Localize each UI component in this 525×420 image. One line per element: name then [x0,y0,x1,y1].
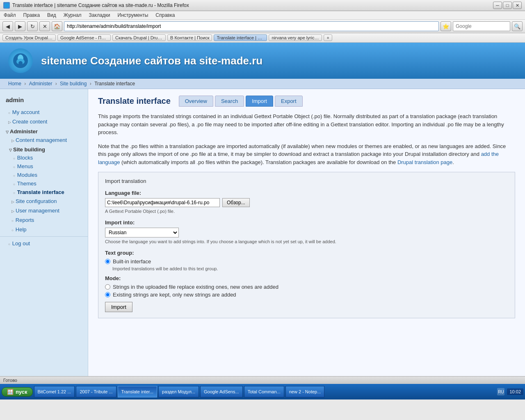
taskbar-item-3[interactable]: раздел Модул... [158,386,199,397]
breadcrumb-bar: Home › Administer › Site building › Tran… [0,79,525,89]
sidebar-content-management[interactable]: ▷Content management [0,135,88,145]
browser-search-input[interactable] [453,21,510,31]
search-button[interactable]: 🔍 [512,21,523,31]
taskbar-item-6[interactable]: new 2 - Notep... [285,386,325,397]
back-button[interactable]: ◀ [2,21,13,31]
sidebar-reports[interactable]: ○Reports [0,215,88,225]
language-select[interactable]: Russian [105,228,179,237]
bookmarks-bar: Создать Урок Drupal | Созд... Google AdS… [0,33,525,43]
bookmark-1[interactable]: Google AdSense - Получить ... [57,34,111,41]
sidebar-help[interactable]: ○Help [0,225,88,234]
menu-file[interactable]: Файл [2,12,17,18]
taskbar-item-1[interactable]: 2007 - Tribute ... [76,386,116,397]
bookmark-2[interactable]: Скачать Drupal | Drupal Росс... [112,34,166,41]
page-title: Translate interface [98,96,171,106]
tab-export[interactable]: Export [275,96,303,107]
built-in-interface-row: Built-in interface [105,258,508,265]
tab-overview[interactable]: Overview [179,96,213,107]
taskbar-item-2[interactable]: Translate inter... [118,386,157,397]
built-in-interface-label: Built-in interface [113,258,151,265]
circle-icon-menus: ○ [13,165,15,169]
triangle-icon-user-mgmt: ▷ [11,209,14,213]
browser-toolbar: ◀ ▶ ↻ ✕ 🏠 ⭐ 🔍 [0,20,525,33]
mode-radio-1[interactable] [105,284,110,290]
page-header: Translate interface Overview Search Impo… [98,96,515,107]
sidebar-themes[interactable]: ○Themes [0,179,88,188]
file-path-input[interactable] [105,198,220,207]
minimize-button[interactable]: ─ [493,2,502,9]
breadcrumb-administer[interactable]: Administer [29,81,52,87]
mode-radio-2[interactable] [105,292,110,297]
taskbar-item-4[interactable]: Google AdSens... [200,386,243,397]
content-area: Translate interface Overview Search Impo… [88,89,525,376]
sidebar-divider [0,236,88,237]
content-inner: Translate interface Overview Search Impo… [88,89,525,325]
start-button[interactable]: 🪟 пуск [2,387,33,397]
sidebar-administer[interactable]: ▽Administer [0,126,88,135]
taskbar-item-0[interactable]: BitComet 1.22 ... [34,386,75,397]
tab-import[interactable]: Import [246,96,273,107]
bookmark-0[interactable]: Создать Урок Drupal | Созд... [2,34,56,41]
circle-icon-blocks: ○ [13,157,15,160]
bookmark-add[interactable]: + [324,34,332,41]
mode-option2-row: Existing strings are kept, only new stri… [105,292,508,298]
built-in-interface-radio[interactable] [105,259,110,264]
home-button[interactable]: 🏠 [52,21,62,31]
language-file-label: Language file: [105,190,508,196]
sidebar-translate-interface[interactable]: ○Translate interface [0,188,88,196]
breadcrumb-home[interactable]: Home [8,81,21,87]
tab-search[interactable]: Search [215,96,244,107]
import-into-label: Import into: [105,219,508,226]
statusbar: Готово [0,376,525,384]
address-bar[interactable] [64,21,439,31]
sidebar-user-management[interactable]: ▷User management [0,206,88,215]
breadcrumb-site-building[interactable]: Site building [60,81,87,87]
circle-icon-help: ○ [11,228,14,232]
sidebar-username: admin [0,93,88,107]
site-title: sitename Создание сайтов на site-made.ru [41,55,262,67]
browse-button[interactable]: Обзор... [222,198,250,207]
sidebar-create-content[interactable]: ▷Create content [0,117,88,126]
menu-help[interactable]: Справка [154,12,176,18]
menu-edit[interactable]: Правка [22,12,41,18]
maximize-button[interactable]: □ [503,2,512,9]
mode-option1-row: Strings in the uploaded file replace exi… [105,284,508,290]
sidebar-logout[interactable]: ○Log out [0,239,88,248]
file-input-row: Обзор... [105,198,508,207]
taskbar-item-5[interactable]: Total Comman... [244,386,284,397]
sidebar: admin ○My account ▷Create content ▽Admin… [0,89,88,376]
sidebar-menus[interactable]: ○Menus [0,162,88,171]
bookmark-4[interactable]: Translate interface | sit... [214,34,267,41]
taskbar-clock: 10:02 [507,388,523,395]
triangle-icon-create-content: ▷ [8,120,11,124]
sidebar-modules[interactable]: ○Modules [0,171,88,179]
reload-button[interactable]: ↻ [27,21,38,31]
breadcrumb-sep-1: › [24,81,27,87]
text-group-hint: Imported translations will be added to t… [105,266,508,271]
go-button[interactable]: ⭐ [441,21,451,31]
circle-icon-logout: ○ [8,242,10,246]
stop-button[interactable]: ✕ [39,21,50,31]
sidebar-my-account[interactable]: ○My account [0,107,88,117]
close-button[interactable]: ✕ [513,2,522,9]
drupal-translation-link[interactable]: Drupal translation page [397,159,452,165]
menu-tools[interactable]: Инструменты [116,12,150,18]
tabs: Overview Search Import Export [179,96,303,107]
start-icon: 🪟 [7,389,14,395]
menu-view[interactable]: Вид [46,12,57,18]
menu-bookmarks[interactable]: Закладки [88,12,112,18]
sidebar-site-building[interactable]: ▽Site building [0,145,88,153]
statusbar-text: Готово [3,378,17,383]
import-button[interactable]: Import [105,302,132,312]
forward-button[interactable]: ▶ [15,21,25,31]
menu-history[interactable]: Журнал [62,12,83,18]
bookmark-3[interactable]: В Контакте | Поиск [167,34,212,41]
import-box-title: Import translation [105,178,508,184]
mode-option2-label: Existing strings are kept, only new stri… [113,292,236,298]
circle-icon-translate: ○ [13,191,15,195]
triangle-icon-content-mgmt: ▷ [11,139,14,143]
sidebar-site-configuration[interactable]: ▷Site configuration [0,196,88,206]
bookmark-5[interactable]: nirvana very ape lyrics - Поис... [269,34,322,41]
sidebar-blocks[interactable]: ○Blocks [0,153,88,162]
circle-icon-my-account: ○ [8,111,10,115]
